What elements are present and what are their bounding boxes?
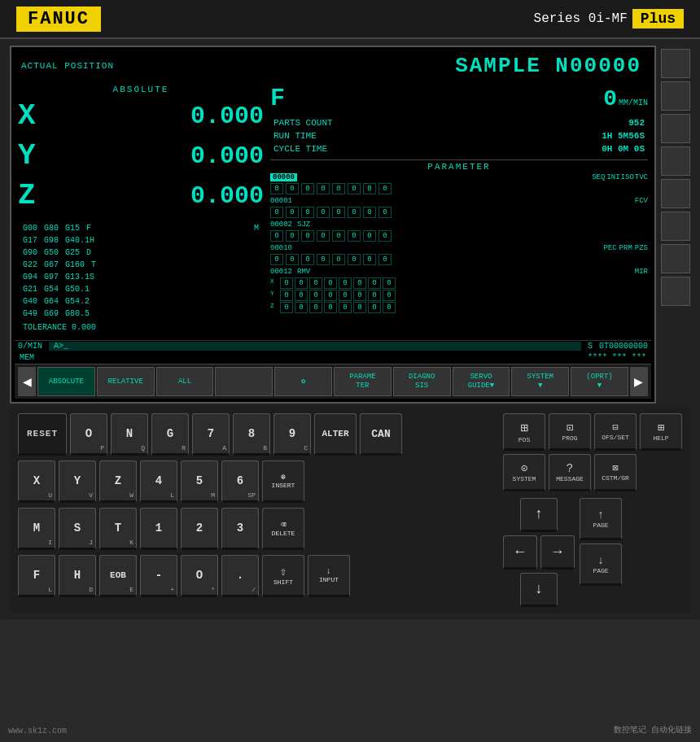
cycle-time-value: 0H 0M 0S (488, 143, 646, 155)
side-btn-1[interactable] (661, 49, 690, 78)
key-delete[interactable]: ⌫ DELETE (262, 508, 304, 550)
key-page-up[interactable]: ↑ PAGE (580, 498, 622, 540)
side-btn-3[interactable] (661, 114, 690, 143)
side-btn-6[interactable] (661, 212, 690, 241)
key-g[interactable]: G R (151, 413, 189, 456)
key-alter[interactable]: ALTER (314, 413, 357, 456)
side-btn-2[interactable] (661, 81, 690, 111)
key-cstm-gr[interactable]: ⊠ CSTM/GR (594, 454, 637, 491)
watermark-text2: 自动化链接 (651, 724, 692, 735)
series-text: Series 0i-MF (534, 11, 628, 26)
key-shift[interactable]: ⇧ SHIFT (262, 555, 304, 597)
key-8[interactable]: 8 B (233, 413, 270, 456)
side-btn-5[interactable] (661, 179, 690, 208)
axis-row-z: Z 0.000 (18, 179, 264, 212)
softkey-relative[interactable]: RELATIVE (97, 367, 155, 396)
key-minus[interactable]: - + (140, 555, 177, 597)
param-row-00010: 00010 PEC PRM PZS (270, 244, 648, 252)
kbd-row-2: X U Y V Z W 4 L (18, 460, 495, 503)
axis-y-value: 0.000 (59, 142, 264, 170)
axis-z-value: 0.000 (59, 182, 264, 210)
keyboard-area: RESET O P N Q G R 7 (10, 407, 690, 613)
run-time-label: RUN TIME (272, 130, 486, 142)
t-value: 0T00000000 (599, 342, 648, 351)
key-s[interactable]: S J (59, 508, 96, 550)
param-row-00002: 00002 SJZ (270, 220, 648, 229)
feed-row: F 0 MM/MIN (270, 85, 648, 112)
key-can[interactable]: CAN (360, 413, 402, 456)
softkey-absolute[interactable]: ABSOLUTE (37, 367, 95, 396)
watermark-url: www.sk1z.com (8, 727, 67, 735)
key-down[interactable]: ↓ (520, 573, 558, 607)
reset-key[interactable]: RESET (18, 413, 67, 456)
key-7[interactable]: 7 A (192, 413, 230, 456)
key-page-down[interactable]: ↓ PAGE (580, 543, 622, 586)
gcode-panel: G00G80G15FM G17G98G40.1H G90G50G25D G22G… (18, 219, 264, 337)
kbd-row-1: RESET O P N Q G R 7 (18, 413, 495, 456)
param-bits-00002: 0 0 0 0 0 0 0 0 (270, 230, 648, 242)
key-right[interactable]: → (540, 535, 575, 570)
key-left[interactable]: ← (503, 535, 537, 570)
param-row-00001: 00001 FCV (270, 197, 648, 205)
param-bits-00000: 0 0 0 0 0 0 0 0 (270, 183, 648, 194)
key-input[interactable]: ↓ INPUT (308, 555, 350, 597)
key-prog[interactable]: ⊡ PROG (549, 413, 591, 451)
cnc-panel: ACTUAL POSITION SAMPLE N00000 ABSOLUTE X… (0, 39, 700, 620)
softkey-diagnosis[interactable]: DIAGNOSIS (393, 367, 451, 396)
side-btn-7[interactable] (661, 244, 690, 273)
info-table: PARTS COUNT 952 RUN TIME 1H 5M56S CYCLE … (270, 116, 648, 156)
softkey-empty-2[interactable]: ✿ (274, 367, 332, 396)
key-5[interactable]: 5 M (181, 460, 218, 503)
gcode-row-8: G49G69G80.5 (23, 308, 259, 320)
cycle-time-label: CYCLE TIME (272, 143, 486, 155)
softkey-left-arrow[interactable]: ◀ (18, 367, 36, 396)
softkey-servo-guide[interactable]: SERVOGUIDE▼ (453, 367, 510, 396)
gcode-row-6: G21G54G50.1 (23, 283, 259, 295)
param-xyz-section: X 0 0 0 0 0 0 0 0 Y (270, 277, 648, 313)
key-9[interactable]: 9 C (273, 413, 311, 456)
key-1[interactable]: 1 (140, 508, 177, 550)
parts-count-value: 952 (488, 117, 646, 129)
param-section: 00000 SEQ INI ISO TVC 0 (270, 173, 648, 313)
key-h[interactable]: H D (59, 555, 96, 597)
key-o[interactable]: O P (70, 413, 107, 456)
softkey-oprt[interactable]: (OPRT)▼ (571, 367, 628, 396)
key-f[interactable]: F L (18, 555, 55, 597)
softkey-empty-1[interactable] (215, 367, 273, 396)
key-m[interactable]: M I (18, 508, 55, 550)
key-dot[interactable]: . / (221, 555, 259, 597)
key-y[interactable]: Y V (59, 460, 96, 503)
softkey-system[interactable]: SYSTEM▼ (511, 367, 569, 396)
param-row-00012: 00012 RMV MIR (270, 268, 648, 276)
absolute-label: ABSOLUTE (18, 85, 264, 94)
key-t[interactable]: T K (99, 508, 137, 550)
mem-bar: MEM **** *** *** (15, 351, 651, 364)
key-up[interactable]: ↑ (520, 498, 558, 532)
key-pos[interactable]: ⊞ POS (503, 413, 545, 451)
key-n[interactable]: N Q (111, 413, 148, 456)
key-4[interactable]: 4 L (140, 460, 177, 503)
key-z[interactable]: Z W (99, 460, 137, 503)
side-btn-8[interactable] (661, 277, 690, 306)
key-3[interactable]: 3 (221, 508, 259, 550)
gcode-row-7: G40G64G54.2 (23, 295, 259, 308)
softkey-right-arrow[interactable]: ▶ (630, 367, 648, 396)
softkey-parameter[interactable]: PARAMETER (334, 367, 392, 396)
key-help[interactable]: ⊞ HELP (640, 413, 682, 451)
key-0[interactable]: O * (181, 555, 218, 597)
key-eob[interactable]: EOB E (99, 555, 137, 597)
key-ofs-set[interactable]: ⊟ OFS/SET (594, 413, 637, 451)
key-2[interactable]: 2 (181, 508, 218, 550)
softkey-all[interactable]: ALL (156, 367, 214, 396)
mem-label: MEM (20, 353, 34, 362)
param-row-00000: 00000 SEQ INI ISO TVC (270, 173, 648, 181)
axis-row-x: X 0.000 (18, 99, 264, 133)
key-x[interactable]: X U (18, 460, 55, 503)
side-btn-4[interactable] (661, 146, 690, 176)
parts-count-label: PARTS COUNT (272, 117, 486, 129)
lr-arrows: ← → (503, 535, 575, 570)
key-message[interactable]: ? MESSAGE (549, 454, 591, 491)
key-insert[interactable]: ⊕ INSERT (262, 460, 304, 503)
key-6[interactable]: 6 SP (221, 460, 259, 503)
key-system[interactable]: ⊙ SYSTEM (503, 454, 545, 491)
